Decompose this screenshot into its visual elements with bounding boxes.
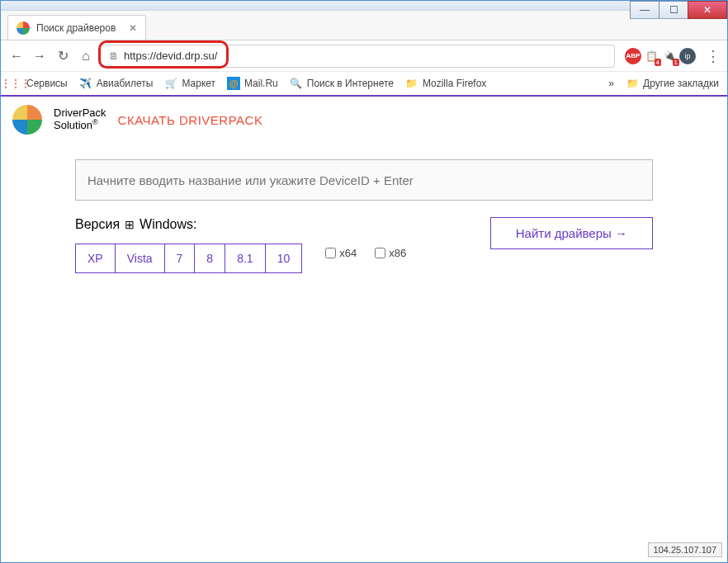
- windows-icon: ⊞: [125, 218, 135, 231]
- reload-button[interactable]: ↻: [54, 47, 72, 65]
- window-controls: — ☐ ✕: [631, 1, 727, 19]
- folder-icon: 📁: [405, 77, 418, 90]
- close-window-button[interactable]: ✕: [688, 1, 727, 19]
- extension-icon-2[interactable]: 📋4: [643, 48, 659, 64]
- folder-icon: 📁: [626, 77, 639, 90]
- x64-checkbox[interactable]: [325, 248, 336, 258]
- version-81[interactable]: 8.1: [225, 244, 265, 272]
- apps-icon: ⋮⋮⋮: [9, 77, 22, 90]
- download-driverpack-link[interactable]: СКАЧАТЬ DRIVERPACK: [118, 113, 263, 127]
- page-content: DriverPack Solution® СКАЧАТЬ DRIVERPACK …: [1, 97, 727, 273]
- tab-strip: Поиск драйверов ✕: [1, 11, 727, 40]
- version-section: Версия ⊞ Windows: XP Vista 7 8 8.1 10: [75, 217, 406, 273]
- arch-options: x64 x86: [325, 247, 406, 259]
- driver-search-input[interactable]: [87, 173, 641, 187]
- version-options: XP Vista 7 8 8.1 10: [75, 244, 302, 273]
- browser-menu-button[interactable]: ⋮: [706, 47, 721, 65]
- brand-header: DriverPack Solution® СКАЧАТЬ DRIVERPACK: [1, 97, 727, 143]
- tab-close-icon[interactable]: ✕: [129, 22, 137, 34]
- arch-x64[interactable]: x64: [325, 247, 357, 259]
- bookmark-apps[interactable]: ⋮⋮⋮Сервисы: [9, 77, 68, 90]
- tab-title: Поиск драйверов: [36, 22, 116, 34]
- main-area: Версия ⊞ Windows: XP Vista 7 8 8.1 10: [1, 143, 727, 273]
- adblock-icon[interactable]: ABP: [625, 48, 641, 64]
- extension-icon-3[interactable]: 🔌1: [661, 48, 678, 64]
- extension-icons: ABP 📋4 🔌1 ip: [625, 48, 696, 64]
- bookmark-mailru[interactable]: @Mail.Ru: [227, 77, 278, 90]
- window-titlebar[interactable]: [1, 1, 727, 11]
- arch-x86[interactable]: x86: [375, 247, 406, 259]
- version-8[interactable]: 8: [195, 244, 225, 272]
- lock-icon: 🗎: [109, 50, 119, 62]
- minimize-button[interactable]: —: [630, 1, 659, 19]
- bookmark-market[interactable]: 🛒Маркет: [164, 77, 215, 90]
- bookmark-avia[interactable]: ✈️Авиабилеты: [79, 77, 154, 90]
- version-10[interactable]: 10: [266, 244, 302, 272]
- other-bookmarks[interactable]: 📁Другие закладки: [626, 77, 719, 90]
- version-label: Версия ⊞ Windows:: [75, 217, 406, 232]
- find-drivers-button[interactable]: Найти драйверы →: [490, 217, 653, 249]
- browser-window: — ☐ ✕ Поиск драйверов ✕ ← → ↻ ⌂ 🗎 https:…: [0, 0, 728, 563]
- cart-icon: 🛒: [164, 77, 177, 90]
- bookmarks-overflow[interactable]: »: [608, 78, 614, 89]
- version-vista[interactable]: Vista: [116, 244, 165, 272]
- bookmark-search[interactable]: 🔍Поиск в Интернете: [290, 77, 394, 90]
- driverpack-logo: [12, 105, 42, 135]
- home-button[interactable]: ⌂: [77, 47, 95, 65]
- driver-search-box: [75, 159, 653, 201]
- version-xp[interactable]: XP: [76, 244, 116, 272]
- search-icon: 🔍: [290, 77, 303, 90]
- maximize-button[interactable]: ☐: [659, 1, 688, 19]
- browser-toolbar: ← → ↻ ⌂ 🗎 https://devid.drp.su/ ABP 📋4 🔌…: [1, 40, 727, 72]
- browser-tab[interactable]: Поиск драйверов ✕: [7, 15, 146, 40]
- address-bar[interactable]: 🗎 https://devid.drp.su/: [100, 45, 615, 68]
- x86-checkbox[interactable]: [375, 248, 385, 258]
- brand-name: DriverPack Solution®: [54, 107, 106, 132]
- url-text: https://devid.drp.su/: [124, 50, 217, 62]
- forward-button[interactable]: →: [31, 47, 49, 65]
- bookmarks-bar: ⋮⋮⋮Сервисы ✈️Авиабилеты 🛒Маркет @Mail.Ru…: [1, 72, 727, 97]
- tab-favicon: [17, 21, 30, 35]
- back-button[interactable]: ←: [7, 47, 26, 65]
- version-7[interactable]: 7: [165, 244, 196, 272]
- plane-icon: ✈️: [79, 77, 92, 90]
- ip-extension-icon[interactable]: ip: [679, 48, 696, 64]
- bookmark-firefox[interactable]: 📁Mozilla Firefox: [405, 77, 486, 90]
- mailru-icon: @: [227, 77, 240, 90]
- status-ip: 104.25.107.107: [648, 542, 722, 557]
